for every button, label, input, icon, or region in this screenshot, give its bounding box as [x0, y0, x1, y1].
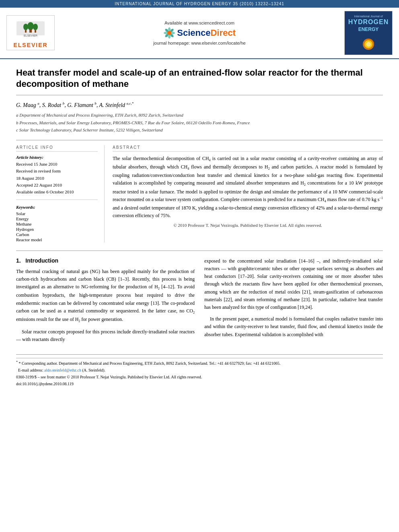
- affiliation-c: c Solar Technology Laboratory, Paul Sche…: [16, 127, 383, 134]
- svg-point-1: [27, 22, 34, 30]
- section-number: 1.: [16, 257, 21, 264]
- available-text: Available at www.sciencedirect.com: [55, 21, 344, 25]
- intro-two-col: 1. Introduction The thermal cracking of …: [16, 257, 383, 348]
- svg-point-5: [33, 24, 38, 30]
- article-info-column: ARTICLE INFO Article history: Received 1…: [16, 145, 105, 242]
- history-item-3: Accepted 22 August 2010: [16, 182, 98, 188]
- svg-rect-6: [35, 30, 36, 33]
- center-header: Available at www.sciencedirect.com Scien…: [55, 21, 344, 45]
- svg-point-3: [23, 24, 28, 30]
- journal-cover: International Journal of HYDROGEN ENERGY: [344, 11, 393, 55]
- abstract-column: ABSTRACT The solar thermochemical decomp…: [113, 145, 383, 242]
- intro-para-right-2: In the present paper, a numerical model …: [204, 315, 383, 339]
- authors-line: G. Maag a, S. Rodat b, G. Flamant b, A. …: [16, 102, 383, 109]
- sciencedirect-brand: ScienceDirect: [177, 28, 236, 38]
- email-label-text: E-mail address:: [18, 368, 43, 372]
- abstract-label: ABSTRACT: [113, 145, 383, 152]
- footnote-divider: [16, 358, 383, 358]
- corresponding-author-note: * * Corresponding author. Department of …: [16, 360, 383, 366]
- history-item-2: 18 August 2010: [16, 175, 98, 181]
- journal-homepage: journal homepage: www.elsevier.com/locat…: [55, 41, 344, 45]
- publisher-header: ELSEVIER ELSEVIER Available at www.scien…: [0, 8, 399, 59]
- svg-point-13: [168, 35, 171, 39]
- journal-title-text: International Journal of Hydrogen Energy…: [115, 2, 284, 6]
- article-info-abstract: ARTICLE INFO Article history: Received 1…: [16, 140, 383, 242]
- intro-para-1: The thermal cracking of natural gas (NG)…: [16, 268, 195, 324]
- intro-section: 1. Introduction The thermal cracking of …: [16, 251, 383, 348]
- intro-heading: 1. Introduction: [16, 257, 195, 264]
- elsevier-logo-icon: ELSEVIER: [14, 17, 47, 39]
- intro-left-col: 1. Introduction The thermal cracking of …: [16, 257, 195, 348]
- history-item-4: Available online 6 October 2010: [16, 189, 98, 195]
- affiliations: a Department of Mechanical and Process E…: [16, 112, 383, 134]
- issn-line: 0360-3199/$ – see front matter © 2010 Pr…: [16, 374, 383, 380]
- section-title: Introduction: [25, 257, 58, 264]
- svg-point-20: [366, 42, 371, 47]
- cover-image: [356, 34, 380, 50]
- svg-rect-4: [25, 30, 27, 33]
- svg-text:ELSEVIER: ELSEVIER: [24, 34, 37, 37]
- journal-header-bar: International Journal of Hydrogen Energy…: [0, 0, 399, 8]
- intro-para-2: Solar reactor concepts proposed for this…: [16, 328, 195, 343]
- svg-rect-2: [29, 29, 32, 33]
- history-item-1: Received in revised form: [16, 168, 98, 174]
- svg-point-15: [164, 32, 168, 34]
- svg-point-11: [171, 32, 175, 34]
- abstract-text: The solar thermochemical decomposition o…: [113, 155, 383, 220]
- elsevier-logo: ELSEVIER ELSEVIER: [6, 15, 55, 50]
- sciencedirect-icon: [163, 27, 175, 39]
- affiliation-b: b Processes, Materials, and Solar Energy…: [16, 119, 383, 126]
- email-link[interactable]: aldo.steinfeld@ethz.ch: [44, 368, 81, 372]
- keyword-1: Energy: [16, 216, 98, 221]
- history-item-0: Received 15 June 2010: [16, 161, 98, 167]
- authors-text: G. Maag a, S. Rodat b, G. Flamant b, A. …: [16, 102, 134, 108]
- keyword-4: Carbon: [16, 232, 98, 237]
- email-note: E-mail address: aldo.steinfeld@ethz.ch (…: [16, 367, 383, 373]
- svg-point-17: [167, 31, 171, 35]
- sd-direct-text: Direct: [210, 28, 235, 38]
- article-title: Heat transfer model and scale-up of an e…: [16, 67, 383, 95]
- svg-point-9: [168, 27, 171, 31]
- cover-energy-text: ENERGY: [348, 27, 389, 33]
- abstract-copyright: © 2010 Professor T. Nejat Veziroglu. Pub…: [113, 223, 383, 228]
- article-info-label: ARTICLE INFO: [16, 145, 98, 152]
- footnote-section: * * Corresponding author. Department of …: [16, 354, 383, 387]
- history-label: Article history:: [16, 155, 98, 160]
- keyword-2: Methane: [16, 222, 98, 226]
- keywords-label: Keywords:: [16, 205, 98, 210]
- keyword-0: Solar: [16, 211, 98, 216]
- affiliation-a: a Department of Mechanical and Process E…: [16, 112, 383, 119]
- doi-line: doi:10.1016/j.ijhydene.2010.08.119: [16, 381, 383, 387]
- article-content: Heat transfer model and scale-up of an e…: [0, 59, 399, 396]
- cover-intl-text: International Journal of: [348, 14, 389, 18]
- intro-para-right-1: exposed to the concentrated solar irradi…: [204, 257, 383, 311]
- elsevier-brand-text: ELSEVIER: [8, 42, 53, 48]
- keyword-5: Reactor model: [16, 237, 98, 242]
- email-suffix-text: (A. Steinfeld).: [82, 368, 105, 372]
- keyword-3: Hydrogen: [16, 227, 98, 232]
- sd-science-text: Science: [177, 28, 210, 38]
- intro-right-col: exposed to the concentrated solar irradi…: [204, 257, 383, 348]
- cover-hydrogen-text: HYDROGEN: [348, 18, 389, 27]
- sciencedirect-logo: ScienceDirect: [55, 27, 344, 39]
